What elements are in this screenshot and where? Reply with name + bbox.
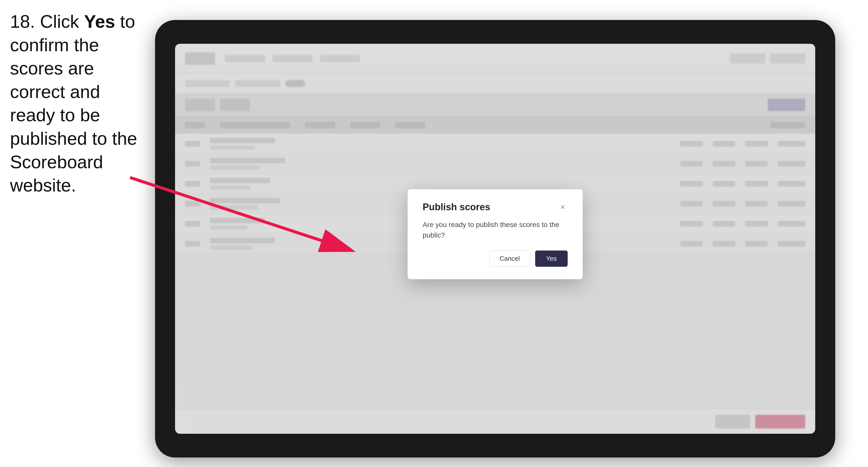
- publish-scores-dialog: Publish scores × Are you ready to publis…: [408, 189, 583, 279]
- dialog-title: Publish scores: [423, 202, 490, 213]
- dialog-confirm-button[interactable]: Yes: [535, 250, 568, 267]
- step-number: 18.: [10, 11, 35, 31]
- tablet-screen: Publish scores × Are you ready to publis…: [175, 44, 815, 434]
- instruction-text: 18. Click Yes to confirm the scores are …: [10, 10, 150, 197]
- dialog-close-button[interactable]: ×: [558, 202, 568, 212]
- bold-yes: Yes: [84, 11, 115, 31]
- dialog-overlay: Publish scores × Are you ready to publis…: [175, 44, 815, 434]
- dialog-body: Are you ready to publish these scores to…: [423, 219, 568, 241]
- dialog-cancel-button[interactable]: Cancel: [489, 250, 530, 267]
- tablet-frame: Publish scores × Are you ready to publis…: [155, 20, 835, 458]
- dialog-header: Publish scores ×: [423, 202, 568, 213]
- dialog-footer: Cancel Yes: [423, 250, 568, 267]
